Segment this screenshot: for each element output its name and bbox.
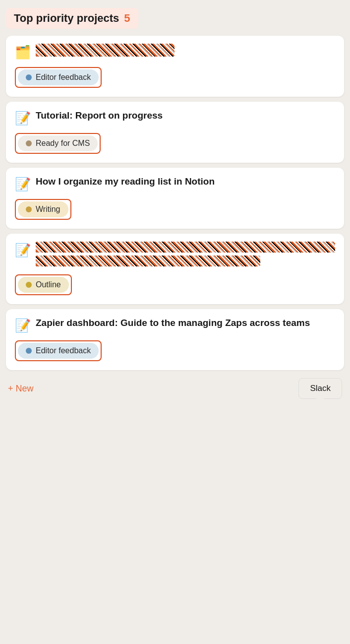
card-5-icon: 📝 bbox=[15, 318, 31, 333]
card-2-badge-label: Ready for CMS bbox=[36, 139, 90, 148]
card-5-badge-dot bbox=[26, 348, 32, 354]
card-4: 📝 Outline bbox=[6, 234, 344, 304]
card-2-title: Tutorial: Report on progress bbox=[36, 110, 163, 122]
card-3-title: How I organize my reading list in Notion bbox=[36, 176, 215, 188]
card-2: 📝 Tutorial: Report on progress Ready for… bbox=[6, 102, 344, 163]
card-4-badge-label: Outline bbox=[36, 280, 61, 289]
slack-button[interactable]: Slack bbox=[298, 378, 342, 399]
card-4-badge-dot bbox=[26, 282, 32, 288]
card-4-badge: Outline bbox=[18, 277, 69, 293]
card-5-badge-label: Editor feedback bbox=[36, 346, 91, 355]
header-count: 5 bbox=[124, 12, 130, 25]
card-5: 📝 Zapier dashboard: Guide to the managin… bbox=[6, 309, 344, 370]
card-3-badge-label: Writing bbox=[36, 205, 60, 214]
footer: + New Slack bbox=[6, 378, 344, 399]
card-2-icon: 📝 bbox=[15, 111, 31, 126]
card-1-badge-label: Editor feedback bbox=[36, 73, 91, 82]
header-title: Top priority projects bbox=[14, 12, 119, 25]
card-5-title: Zapier dashboard: Guide to the managing … bbox=[36, 317, 310, 329]
card-1-badge-dot bbox=[26, 74, 32, 80]
card-1: 🗂️ Editor feedback bbox=[6, 36, 344, 97]
cards-container: 🗂️ Editor feedback 📝 Tutorial: Report on… bbox=[6, 36, 344, 370]
card-4-title-redacted-2 bbox=[36, 256, 260, 266]
card-2-badge: Ready for CMS bbox=[18, 135, 98, 151]
card-4-badge-wrapper[interactable]: Outline bbox=[15, 274, 72, 295]
card-1-badge: Editor feedback bbox=[18, 69, 99, 85]
card-1-title-redacted bbox=[36, 44, 175, 57]
card-1-icon: 🗂️ bbox=[15, 45, 31, 60]
card-3-badge-wrapper[interactable]: Writing bbox=[15, 199, 71, 220]
card-4-title-redacted-1 bbox=[36, 242, 335, 253]
card-4-icon: 📝 bbox=[15, 243, 31, 258]
header: Top priority projects 5 bbox=[6, 8, 138, 29]
card-3-badge-dot bbox=[26, 206, 32, 212]
new-button[interactable]: + New bbox=[8, 384, 34, 394]
card-2-badge-wrapper[interactable]: Ready for CMS bbox=[15, 133, 101, 154]
card-5-badge: Editor feedback bbox=[18, 343, 99, 359]
card-3: 📝 How I organize my reading list in Noti… bbox=[6, 168, 344, 229]
card-2-badge-dot bbox=[26, 140, 32, 146]
card-5-badge-wrapper[interactable]: Editor feedback bbox=[15, 340, 102, 361]
card-3-badge: Writing bbox=[18, 201, 68, 217]
card-3-icon: 📝 bbox=[15, 177, 31, 192]
card-1-badge-wrapper[interactable]: Editor feedback bbox=[15, 67, 102, 88]
